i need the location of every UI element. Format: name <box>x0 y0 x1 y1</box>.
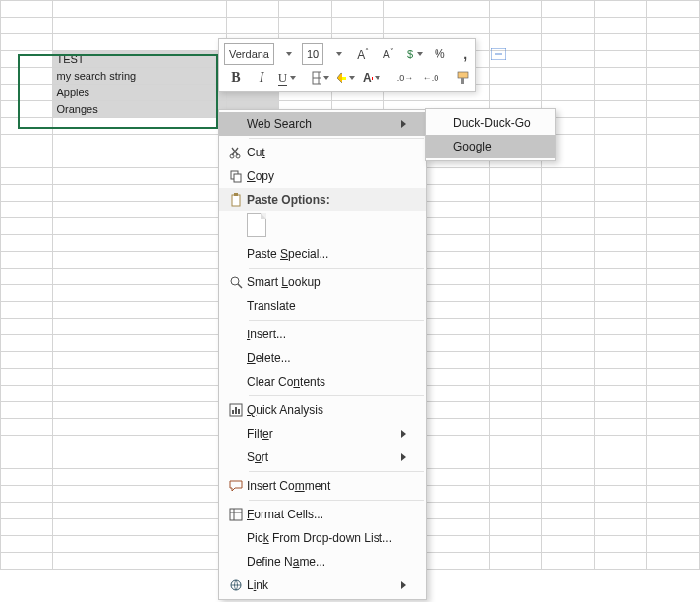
cell-b4[interactable]: TEST <box>53 51 226 68</box>
svg-rect-7 <box>461 78 464 84</box>
mini-toolbar: Verdana 10 A˄ A˅ $ % , B I U A .0→ ←.0 <box>218 38 476 92</box>
menu-separator <box>249 500 424 501</box>
font-color-icon[interactable]: A <box>360 67 383 89</box>
borders-icon[interactable] <box>309 67 332 89</box>
menu-web-search[interactable]: Web Search <box>219 112 426 136</box>
menu-copy-label: Copy <box>247 169 406 183</box>
svg-line-15 <box>238 284 242 288</box>
menu-smart-lookup[interactable]: Smart Lookup <box>219 271 426 294</box>
font-name-combo[interactable]: Verdana <box>224 43 274 65</box>
svg-rect-19 <box>238 409 240 414</box>
menu-quick-analysis[interactable]: Quick Analysis <box>219 398 426 422</box>
menu-filter[interactable]: Filter <box>219 422 426 446</box>
increase-font-icon[interactable]: A˄ <box>351 43 375 65</box>
fill-color-icon[interactable] <box>334 67 358 89</box>
web-search-submenu: Duck-Duck-Go Google <box>425 108 556 161</box>
menu-separator <box>249 268 424 269</box>
svg-rect-17 <box>232 410 234 414</box>
font-size-dropdown[interactable] <box>325 43 349 65</box>
svg-rect-11 <box>234 174 241 182</box>
decrease-font-icon[interactable]: A˅ <box>377 43 400 65</box>
spreadsheet-area: { "cells": { "b4": "TEST", "b5": "my sea… <box>0 0 700 602</box>
menu-delete[interactable]: Delete... <box>219 346 426 370</box>
smart-lookup-icon <box>225 275 247 289</box>
menu-clear-contents[interactable]: Clear Contents <box>219 370 426 393</box>
cell-b6[interactable]: Apples <box>53 85 226 101</box>
svg-rect-12 <box>232 195 240 206</box>
menu-link[interactable]: Link <box>219 573 426 597</box>
menu-pick-from-list-label: Pick From Drop-down List... <box>247 531 406 545</box>
menu-copy[interactable]: Copy <box>219 164 426 188</box>
quick-analysis-icon <box>225 403 247 417</box>
clipboard-icon <box>225 193 247 207</box>
submenu-google[interactable]: Google <box>426 135 555 158</box>
cell-b5[interactable]: my search string <box>53 68 226 85</box>
menu-filter-label: Filter <box>247 427 401 441</box>
menu-separator <box>249 320 424 321</box>
font-name-dropdown[interactable] <box>276 43 300 65</box>
cell-b7[interactable]: Oranges <box>53 101 226 118</box>
menu-paste-special-label: Paste Special... <box>247 247 406 261</box>
menu-define-name[interactable]: Define Name... <box>219 550 426 573</box>
menu-sort[interactable]: Sort <box>219 446 426 469</box>
menu-smart-lookup-label: Smart Lookup <box>247 275 406 289</box>
menu-separator <box>249 138 424 139</box>
italic-button[interactable]: I <box>250 67 273 89</box>
font-size-value: 10 <box>307 48 319 60</box>
font-name-value: Verdana <box>229 48 269 60</box>
decrease-decimal-icon[interactable]: ←.0 <box>419 67 442 89</box>
menu-clear-contents-label: Clear Contents <box>247 375 406 389</box>
submenu-arrow-icon <box>401 430 406 438</box>
svg-rect-20 <box>230 509 242 520</box>
submenu-duck-duck-go[interactable]: Duck-Duck-Go <box>426 111 555 135</box>
svg-rect-6 <box>458 72 468 78</box>
submenu-duck-duck-go-label: Duck-Duck-Go <box>453 116 536 130</box>
submenu-arrow-icon <box>401 581 406 589</box>
menu-paste-options-label: Paste Options: <box>247 193 406 207</box>
menu-insert-label: Insert... <box>247 328 406 341</box>
format-painter-icon[interactable] <box>452 67 476 89</box>
menu-insert[interactable]: Insert... <box>219 323 426 346</box>
menu-pick-from-list[interactable]: Pick From Drop-down List... <box>219 526 426 550</box>
merge-center-icon[interactable] <box>487 43 510 65</box>
svg-rect-18 <box>235 407 237 414</box>
menu-web-search-label: Web Search <box>247 117 401 131</box>
paste-option-default[interactable] <box>219 211 426 242</box>
accounting-format-icon[interactable]: $ <box>402 43 426 65</box>
submenu-arrow-icon <box>401 120 406 128</box>
menu-link-label: Link <box>247 578 401 592</box>
menu-cut-label: Cut <box>247 146 406 159</box>
increase-decimal-icon[interactable]: .0→ <box>393 67 417 89</box>
submenu-google-label: Google <box>453 140 536 153</box>
menu-separator <box>249 395 424 396</box>
menu-format-cells[interactable]: Format Cells... <box>219 503 426 526</box>
menu-paste-options: Paste Options: <box>219 188 426 211</box>
menu-separator <box>249 471 424 472</box>
svg-text:$: $ <box>407 48 413 60</box>
svg-rect-13 <box>234 193 238 196</box>
scissors-icon <box>225 146 247 159</box>
percent-format-icon[interactable]: % <box>428 43 451 65</box>
copy-icon <box>225 169 247 183</box>
comment-icon <box>225 479 247 493</box>
font-size-combo[interactable]: 10 <box>302 43 323 65</box>
paste-default-icon <box>247 213 266 237</box>
submenu-arrow-icon <box>401 453 406 461</box>
svg-point-14 <box>231 277 239 285</box>
link-icon <box>225 578 247 592</box>
menu-define-name-label: Define Name... <box>247 555 406 569</box>
context-menu: Web Search Cut Copy Paste Options: Paste… <box>218 109 427 600</box>
menu-translate-label: Translate <box>247 299 406 313</box>
menu-format-cells-label: Format Cells... <box>247 508 406 521</box>
menu-quick-analysis-label: Quick Analysis <box>247 403 406 417</box>
menu-insert-comment-label: Insert Comment <box>247 479 406 493</box>
bold-button[interactable]: B <box>224 67 248 89</box>
underline-button[interactable]: U <box>275 67 299 89</box>
menu-translate[interactable]: Translate <box>219 294 426 318</box>
menu-paste-special[interactable]: Paste Special... <box>219 242 426 266</box>
menu-insert-comment[interactable]: Insert Comment <box>219 474 426 498</box>
menu-cut[interactable]: Cut <box>219 141 426 164</box>
menu-sort-label: Sort <box>247 451 401 464</box>
comma-format-icon[interactable]: , <box>453 43 477 65</box>
menu-delete-label: Delete... <box>247 351 406 365</box>
